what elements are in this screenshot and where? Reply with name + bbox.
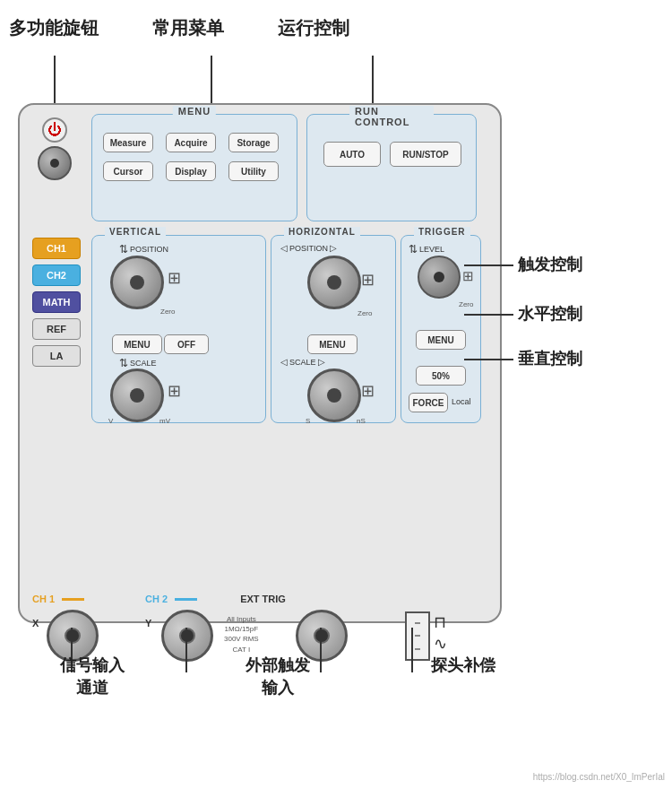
label-run-control: 运行控制 xyxy=(278,16,349,40)
probe-comp-pin3 xyxy=(415,648,420,650)
h-position-label: ◁ POSITION ▷ xyxy=(280,243,337,253)
menu-section-title: MENU xyxy=(173,106,216,117)
v-scale-knob[interactable] xyxy=(110,368,164,422)
ext-trig-bottom-label: 外部触发 输入 xyxy=(246,655,310,699)
v-zero-label: Zero xyxy=(160,308,175,316)
horizontal-ctrl-label: 水平控制 xyxy=(518,303,582,325)
top-labels-container: 多功能旋钮 常用菜单 运行控制 xyxy=(9,16,349,40)
anno-line-menu xyxy=(211,56,212,105)
storage-button[interactable]: Storage xyxy=(228,133,279,152)
v-scale-label: ⇅ SCALE xyxy=(119,357,157,369)
ext-trig-line2: 输入 xyxy=(246,677,310,699)
ext-trig-bnc-inner xyxy=(314,628,330,644)
anno-line-vertical xyxy=(464,359,513,360)
ext-trig-line1: 外部触发 xyxy=(246,655,310,677)
ch2-bnc-label: CH 2 xyxy=(145,594,168,604)
menu-section: MENU Measure Acquire Storage Cursor Disp… xyxy=(91,114,297,221)
v-scale-icon: ⊞ xyxy=(168,381,181,401)
h-unit-s: S xyxy=(306,417,310,425)
ext-trig-label: EXT TRIG xyxy=(240,594,286,604)
anno-line-run xyxy=(372,56,374,105)
t-level-label: ⇅ LEVEL xyxy=(409,243,444,256)
ch1-bnc-inner xyxy=(65,628,81,644)
wave-symbols: ⊓ ∿ xyxy=(434,612,447,654)
ch2-dash xyxy=(175,598,197,601)
t-knob-icon: ⊞ xyxy=(462,268,474,284)
signal-input-line1: 信号输入 xyxy=(60,655,125,677)
vertical-section: VERTICAL ⇅ POSITION ⊞ Zero OFF ⇅ SCALE ⊞… xyxy=(91,235,266,423)
v-scale-knob-center xyxy=(130,388,144,403)
x-label: X xyxy=(32,618,39,629)
la-button[interactable]: LA xyxy=(32,345,81,367)
off-button[interactable]: OFF xyxy=(164,334,209,354)
runstop-button[interactable]: RUN/STOP xyxy=(390,142,461,167)
label-multifunction: 多功能旋钮 xyxy=(9,16,99,40)
multifunction-knob[interactable] xyxy=(38,146,72,180)
h-position-knob[interactable] xyxy=(307,256,361,309)
trigger-ctrl-label: 触发控制 xyxy=(518,254,582,275)
v-knob-icon: ⊞ xyxy=(168,268,181,288)
ch2-bnc-inner xyxy=(179,628,195,644)
utility-button[interactable]: Utility xyxy=(228,161,279,181)
bnc-labels-row: CH 1 CH 2 EXT TRIG xyxy=(32,594,286,604)
probe-comp-pin1 xyxy=(415,622,420,624)
horizontal-title: HORIZONTAL xyxy=(284,227,360,237)
measure-button[interactable]: Measure xyxy=(103,133,153,152)
t-menu-button[interactable]: MENU xyxy=(416,330,466,350)
vertical-title: VERTICAL xyxy=(105,227,166,237)
signal-input-label: 信号输入 通道 xyxy=(60,655,125,699)
anno-line-trigger xyxy=(464,264,513,266)
h-position-knob-center xyxy=(327,275,341,290)
ref-button[interactable]: REF xyxy=(32,318,81,340)
t-level-knob[interactable] xyxy=(418,256,461,299)
h-zero-label: Zero xyxy=(358,309,372,317)
oscilloscope-panel: ⏻ MENU Measure Acquire Storage Cursor Di… xyxy=(18,103,502,623)
t-level-knob-center xyxy=(434,272,444,282)
math-button[interactable]: MATH xyxy=(32,291,81,313)
display-button[interactable]: Display xyxy=(166,161,216,181)
sine-wave-symbol: ∿ xyxy=(434,634,447,654)
acquire-button[interactable]: Acquire xyxy=(166,133,216,152)
v-menu-button[interactable]: MENU xyxy=(112,334,162,354)
horizontal-section: HORIZONTAL ◁ POSITION ▷ ⊞ Zero MENU ◁ SC… xyxy=(271,235,396,423)
auto-button[interactable]: AUTO xyxy=(323,142,381,167)
h-scale-knob[interactable] xyxy=(307,368,361,422)
h-scale-label: ◁ SCALE ▷ xyxy=(280,357,325,367)
v-unit-mv: mV xyxy=(159,417,170,425)
t-zero-label: Zero xyxy=(459,300,473,308)
ch1-dash xyxy=(62,598,84,601)
run-section: RUN CONTROL AUTO RUN/STOP xyxy=(306,114,477,221)
probe-comp-label: 探头补偿 xyxy=(431,655,495,699)
v-position-knob-center xyxy=(130,275,144,290)
force-button[interactable]: FORCE xyxy=(409,393,448,412)
probe-comp-pin2 xyxy=(415,635,420,637)
ch1-button[interactable]: CH1 xyxy=(32,238,81,259)
trigger-title: TRIGGER xyxy=(414,227,470,237)
power-icon[interactable]: ⏻ xyxy=(42,117,67,143)
h-knob-icon: ⊞ xyxy=(361,270,375,290)
run-section-title: RUN CONTROL xyxy=(349,106,434,127)
warning-text: All Inputs 1MΩ/15pF 300V RMS CAT I xyxy=(224,614,259,655)
cursor-button[interactable]: Cursor xyxy=(103,161,153,181)
y-label: Y xyxy=(145,618,151,629)
probe-comp-line1: 探头补偿 xyxy=(431,655,495,677)
anno-line-horizontal xyxy=(464,314,513,316)
bottom-labels: 信号输入 通道 外部触发 输入 探头补偿 xyxy=(0,655,556,699)
ch2-button[interactable]: CH2 xyxy=(32,264,81,286)
square-wave-symbol: ⊓ xyxy=(434,612,447,632)
h-unit-ns: nS xyxy=(357,417,366,425)
trigger-section: TRIGGER ⇅ LEVEL ⊞ Zero MENU 50% FORCE Lo… xyxy=(401,235,481,423)
v-position-label: ⇅ POSITION xyxy=(119,243,168,256)
vertical-ctrl-label: 垂直控制 xyxy=(518,348,582,369)
local-label: Local xyxy=(452,397,471,406)
watermark: https://blog.csdn.net/X0_ImPerIal xyxy=(533,772,665,782)
power-knob-area: ⏻ xyxy=(32,117,77,198)
knob-center xyxy=(50,159,59,168)
ch1-bnc-label: CH 1 xyxy=(32,594,55,604)
t-50pct-button[interactable]: 50% xyxy=(416,366,466,386)
probe-comp-connector[interactable] xyxy=(405,611,430,661)
h-scale-icon: ⊞ xyxy=(361,381,375,401)
label-menu: 常用菜单 xyxy=(152,16,224,40)
v-position-knob[interactable] xyxy=(110,256,164,309)
h-menu-button[interactable]: MENU xyxy=(307,334,358,354)
